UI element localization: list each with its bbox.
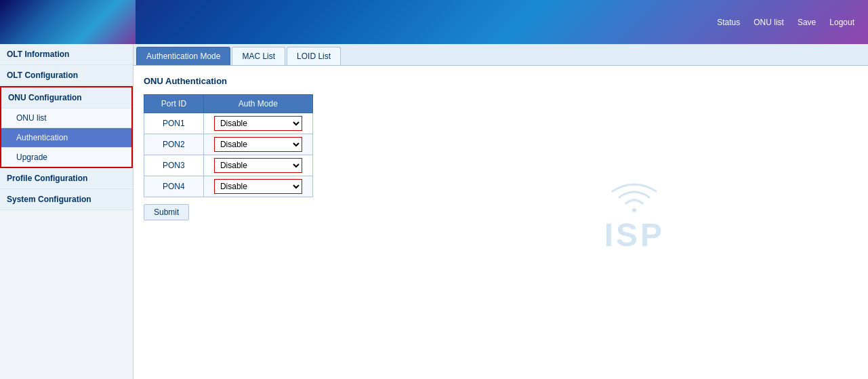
auth-mode-select-pon3[interactable]: DisableMACLOIDMAC+LOID	[214, 158, 302, 173]
sidebar-item-authentication[interactable]: Authentication	[1, 127, 131, 147]
page-content: ONU Authentication Port ID Auth Mode PON…	[133, 66, 868, 231]
tabs-bar: Authentication Mode MAC List LOID List	[133, 44, 868, 66]
auth-mode-select-pon4[interactable]: DisableMACLOIDMAC+LOID	[214, 179, 302, 194]
auth-mode-cell: DisableMACLOIDMAC+LOID	[203, 134, 312, 155]
table-row: PON2DisableMACLOIDMAC+LOID	[144, 134, 313, 155]
port-id-cell: PON4	[144, 176, 204, 197]
sidebar-item-system-configuration[interactable]: System Configuration	[0, 189, 133, 210]
main-layout: OLT Information OLT Configuration ONU Co…	[0, 44, 868, 379]
auth-table: Port ID Auth Mode PON1DisableMACLOIDMAC+…	[144, 94, 313, 197]
table-row: PON3DisableMACLOIDMAC+LOID	[144, 155, 313, 176]
port-id-cell: PON3	[144, 155, 204, 176]
table-row: PON4DisableMACLOIDMAC+LOID	[144, 176, 313, 197]
status-link[interactable]: Status	[717, 18, 740, 27]
save-link[interactable]: Save	[798, 18, 816, 27]
tab-loid-list[interactable]: LOID List	[287, 47, 341, 65]
sidebar: OLT Information OLT Configuration ONU Co…	[0, 44, 133, 379]
tab-mac-list[interactable]: MAC List	[232, 47, 285, 65]
auth-mode-cell: DisableMACLOIDMAC+LOID	[203, 113, 312, 134]
auth-mode-cell: DisableMACLOIDMAC+LOID	[203, 176, 312, 197]
col-header-auth-mode: Auth Mode	[203, 95, 312, 113]
sidebar-item-onu-list[interactable]: ONU list	[1, 108, 131, 127]
port-id-cell: PON2	[144, 134, 204, 155]
col-header-port-id: Port ID	[144, 95, 204, 113]
sidebar-item-profile-configuration[interactable]: Profile Configuration	[0, 168, 133, 189]
auth-mode-cell: DisableMACLOIDMAC+LOID	[203, 155, 312, 176]
sidebar-item-onu-configuration[interactable]: ONU Configuration	[1, 87, 131, 108]
main-content: Authentication Mode MAC List LOID List O…	[133, 44, 868, 379]
sidebar-item-olt-information[interactable]: OLT Information	[0, 44, 133, 65]
section-title: ONU Authentication	[144, 76, 858, 86]
auth-mode-select-pon2[interactable]: DisableMACLOIDMAC+LOID	[214, 137, 302, 152]
tab-authentication-mode[interactable]: Authentication Mode	[136, 47, 230, 65]
onu-list-header-link[interactable]: ONU list	[753, 18, 784, 27]
port-id-cell: PON1	[144, 113, 204, 134]
logout-link[interactable]: Logout	[829, 18, 854, 27]
sidebar-item-olt-configuration[interactable]: OLT Configuration	[0, 65, 133, 86]
header-nav: Status ONU list Save Logout	[717, 18, 854, 27]
header: Status ONU list Save Logout	[0, 0, 868, 44]
auth-mode-select-pon1[interactable]: DisableMACLOIDMAC+LOID	[214, 116, 302, 131]
sidebar-group-onu-configuration: ONU Configuration ONU list Authenticatio…	[0, 86, 133, 168]
submit-button[interactable]: Submit	[144, 204, 189, 220]
table-row: PON1DisableMACLOIDMAC+LOID	[144, 113, 313, 134]
header-background	[0, 0, 136, 44]
sidebar-item-upgrade[interactable]: Upgrade	[1, 147, 131, 167]
